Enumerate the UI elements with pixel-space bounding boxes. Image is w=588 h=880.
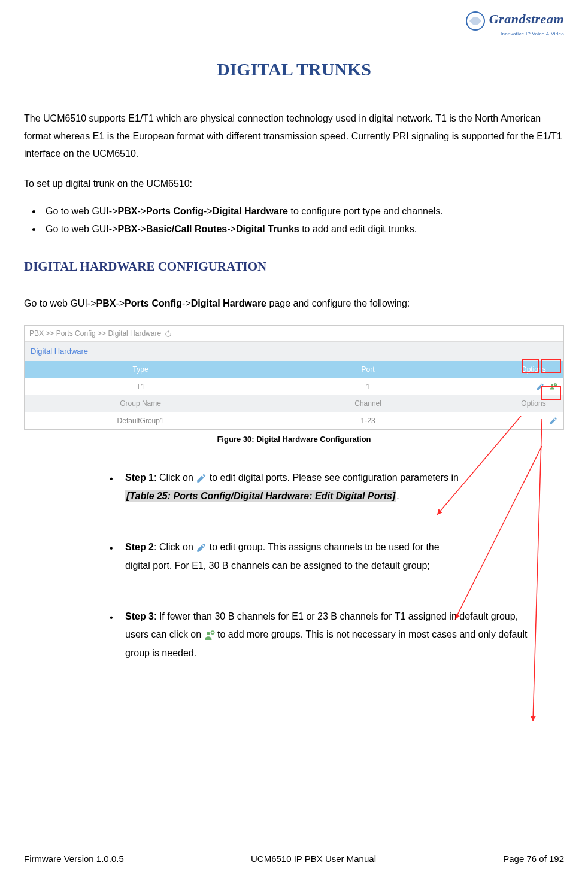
- edit-port-icon[interactable]: [535, 381, 545, 392]
- callout-arrow-3: [527, 419, 563, 730]
- cell-options: [504, 412, 563, 429]
- text: ->: [137, 206, 146, 216]
- step-label: Step 2: [125, 542, 154, 552]
- section-heading: DIGITAL HARDWARE CONFIGURATION: [24, 257, 564, 277]
- step-3: Step 3: If fewer than 30 B channels for …: [105, 608, 528, 662]
- text: Basic/Call Routes: [146, 224, 227, 234]
- text: Ports Config: [146, 206, 204, 216]
- header-expand: [25, 361, 49, 378]
- footer-title: UCM6510 IP PBX User Manual: [251, 852, 376, 866]
- refresh-icon[interactable]: [165, 330, 172, 337]
- text: to add and edit digit trunks.: [299, 224, 417, 234]
- text: PBX: [118, 224, 138, 234]
- table-row: – T1 1: [25, 378, 563, 395]
- step-label: Step 1: [125, 472, 154, 483]
- table-header-row: Type Port Options: [25, 361, 563, 378]
- text: PBX: [118, 206, 138, 216]
- text: .: [396, 491, 399, 501]
- text: ->: [137, 224, 146, 234]
- page-title: DIGITAL TRUNKS: [24, 56, 564, 83]
- table-reference-link[interactable]: [Table 25: Ports Config/Digital Hardware…: [125, 490, 396, 502]
- subheader-channel: Channel: [232, 395, 504, 412]
- header-port: Port: [232, 361, 504, 378]
- text: Digital Hardware: [191, 298, 266, 308]
- svg-line-4: [533, 419, 542, 721]
- screenshot-digital-hardware: PBX >> Ports Config >> Digital Hardware …: [24, 325, 564, 430]
- step-label: Step 3: [125, 611, 154, 621]
- screenshot-section-bar: Digital Hardware: [25, 342, 563, 361]
- text: to edit digital ports. Please see config…: [210, 472, 459, 483]
- text: Digital Hardware: [213, 206, 288, 216]
- setup-bullet-1: Go to web GUI->PBX->Ports Config->Digita…: [42, 204, 564, 219]
- text: ->: [227, 224, 236, 234]
- step-1: Step 1: Click on to edit digital ports. …: [105, 469, 528, 505]
- text: ->: [182, 298, 191, 308]
- figure-caption: Figure 30: Digital Hardware Configuratio…: [24, 433, 564, 445]
- collapse-toggle[interactable]: –: [25, 378, 49, 395]
- text: : Click on: [154, 472, 196, 483]
- page-footer: Firmware Version 1.0.0.5 UCM6510 IP PBX …: [24, 852, 564, 866]
- text: page and configure the following:: [266, 298, 410, 308]
- pencil-icon: [196, 473, 207, 484]
- screenshot-breadcrumb: PBX >> Ports Config >> Digital Hardware: [25, 326, 563, 342]
- subheader-options: Options: [504, 395, 563, 412]
- footer-page: Page 76 of 192: [503, 852, 564, 866]
- brand-logo: Grandstream Innovative IP Voice & Video: [465, 9, 564, 38]
- edit-group-icon[interactable]: [548, 415, 559, 426]
- cell-type: T1: [49, 378, 232, 395]
- section-intro: Go to web GUI->PBX->Ports Config->Digita…: [24, 295, 564, 312]
- text: ->: [116, 298, 125, 308]
- text: digital port. For E1, 30 B channels can …: [125, 560, 430, 571]
- table-subheader-row: Group Name Channel Options: [25, 395, 563, 412]
- text: to configure port type and channels.: [288, 206, 443, 216]
- text: PBX: [96, 298, 116, 308]
- pencil-icon: [196, 542, 207, 553]
- cell-channel: 1-23: [232, 412, 504, 429]
- text: Go to web GUI->: [46, 206, 118, 216]
- table-row: DefaultGroup1 1-23: [25, 412, 563, 429]
- setup-intro: To set up digital trunk on the UCM6510:: [24, 175, 564, 193]
- footer-firmware: Firmware Version 1.0.0.5: [24, 852, 124, 866]
- text: Go to web GUI->: [24, 298, 96, 308]
- text: : Click on: [154, 542, 196, 552]
- text: ->: [204, 206, 213, 216]
- breadcrumb-text: PBX >> Ports Config >> Digital Hardware: [29, 328, 161, 339]
- cell-port: 1: [232, 378, 504, 395]
- text: Digital Trunks: [236, 224, 299, 234]
- step-2: Step 2: Click on to edit group. This ass…: [105, 538, 528, 575]
- text: to edit group. This assigns channels to …: [210, 542, 440, 552]
- cell-options: [504, 378, 563, 395]
- text: Ports Config: [125, 298, 182, 308]
- add-group-icon[interactable]: [548, 381, 559, 392]
- setup-bullet-2: Go to web GUI->PBX->Basic/Call Routes->D…: [42, 222, 564, 236]
- text: Go to web GUI->: [46, 224, 118, 234]
- setup-bullet-list: Go to web GUI->PBX->Ports Config->Digita…: [42, 204, 564, 236]
- add-person-icon: [204, 630, 215, 641]
- brand-name: Grandstream: [489, 11, 564, 26]
- header-options: Options: [504, 361, 563, 378]
- intro-paragraph: The UCM6510 supports E1/T1 which are phy…: [24, 110, 564, 163]
- header-type: Type: [49, 361, 232, 378]
- subheader-group: Group Name: [49, 395, 232, 412]
- steps-list: Step 1: Click on to edit digital ports. …: [105, 469, 528, 662]
- cell-group-name: DefaultGroup1: [49, 412, 232, 429]
